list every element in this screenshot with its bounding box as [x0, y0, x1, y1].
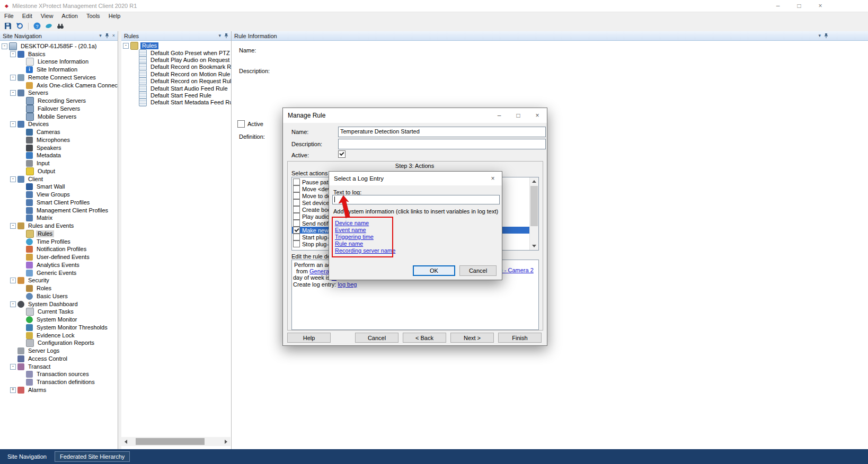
dialog-title-bar[interactable]: Manage Rule – □ × — [283, 108, 547, 123]
chevron-down-icon[interactable]: ▾ — [218, 33, 221, 38]
tree-item-servers[interactable]: -Servers — [0, 90, 118, 97]
save-icon[interactable] — [3, 21, 13, 31]
active-checkbox[interactable] — [237, 120, 245, 128]
tree-item-system-dashboard[interactable]: -System Dashboard — [0, 300, 118, 308]
action-checkbox[interactable] — [293, 199, 300, 206]
tree-item-input[interactable]: Input — [0, 159, 118, 167]
tree-item-default-start-audio-feed-rule[interactable]: Default Start Audio Feed Rule — [121, 85, 231, 92]
collapse-icon[interactable]: - — [2, 43, 7, 49]
chevron-down-icon[interactable]: ▾ — [818, 33, 821, 38]
tree-item-smart-wall[interactable]: Smart Wall — [0, 183, 118, 191]
menu-action[interactable]: Action — [57, 12, 82, 21]
action-checkbox[interactable] — [293, 192, 300, 199]
scrollbar-thumb[interactable] — [530, 186, 538, 226]
back-button[interactable]: < Back — [403, 333, 446, 343]
ok-button[interactable]: OK — [413, 265, 455, 276]
insert-variable-link-triggering-time[interactable]: Triggering time — [335, 234, 395, 240]
tree-item-generic-events[interactable]: Generic Events — [0, 269, 118, 277]
tree-item-current-tasks[interactable]: Current Tasks — [0, 308, 118, 316]
tree-item-analytics-events[interactable]: Analytics Events — [0, 261, 118, 269]
tree-item-security[interactable]: -Security — [0, 277, 118, 285]
cancel-button[interactable]: Cancel — [459, 265, 497, 276]
collapse-icon[interactable]: - — [10, 90, 16, 96]
tree-item-metadata[interactable]: Metadata — [0, 152, 118, 160]
collapse-icon[interactable]: - — [10, 51, 16, 57]
tree-item-output[interactable]: Output — [0, 167, 118, 175]
tree-item-default-record-on-request-rule[interactable]: Default Record on Request Rule — [121, 78, 231, 85]
action-checkbox[interactable] — [293, 220, 300, 227]
expand-icon[interactable]: + — [10, 387, 16, 393]
tree-item-speakers[interactable]: Speakers — [0, 144, 118, 152]
rule-active-checkbox[interactable] — [338, 150, 346, 158]
tree-item-mobile-servers[interactable]: Mobile Servers — [0, 113, 118, 121]
menu-edit[interactable]: Edit — [18, 12, 37, 21]
tree-item-management-client-profiles[interactable]: Management Client Profiles — [0, 207, 118, 215]
next-button[interactable]: Next > — [450, 333, 494, 343]
collapse-icon[interactable]: - — [123, 43, 129, 49]
tree-item-evidence-lock[interactable]: Evidence Lock — [0, 332, 118, 340]
tree-item-microphones[interactable]: Microphones — [0, 136, 118, 144]
insert-variable-link-rule-name[interactable]: Rule name — [335, 240, 395, 247]
tree-item-devices[interactable]: -Devices — [0, 121, 118, 129]
dialog-title-bar[interactable]: Select a Log Entry × — [329, 172, 502, 185]
pin-icon[interactable] — [224, 33, 228, 38]
minimize-button[interactable]: – — [490, 108, 509, 123]
tree-item-default-record-on-bookmark-rule[interactable]: Default Record on Bookmark Rule — [121, 64, 231, 70]
feedback-icon[interactable] — [44, 21, 54, 31]
close-button[interactable]: × — [528, 108, 547, 123]
menu-view[interactable]: View — [37, 12, 58, 21]
tree-item-client[interactable]: -Client — [0, 175, 118, 183]
tree-item-transaction-sources[interactable]: Transaction sources — [0, 371, 118, 379]
rule-description-input[interactable] — [338, 139, 546, 149]
minimize-button[interactable]: – — [767, 0, 789, 12]
pin-icon[interactable] — [824, 33, 828, 38]
tree-item-default-play-audio-on-request-rule[interactable]: Default Play Audio on Request Rule — [121, 57, 231, 64]
scrollbar-track[interactable] — [130, 437, 222, 446]
tree-item-rules[interactable]: -Rules — [121, 42, 231, 49]
collapse-icon[interactable]: - — [10, 121, 16, 127]
collapse-icon[interactable]: - — [10, 364, 16, 370]
tree-item-server-logs[interactable]: Server Logs — [0, 347, 118, 355]
rule-name-input[interactable]: Temperature Detection Started — [338, 127, 546, 137]
scroll-up-icon[interactable] — [530, 177, 538, 185]
collapse-icon[interactable]: - — [10, 176, 16, 182]
tree-item-axis-one-click-camera-connection[interactable]: Axis One-click Camera Connection — [0, 82, 118, 90]
menu-tools[interactable]: Tools — [82, 12, 104, 21]
action-checkbox[interactable] — [293, 206, 300, 213]
action-checkbox[interactable] — [293, 213, 300, 220]
status-tab-site-navigation[interactable]: Site Navigation — [3, 452, 51, 461]
scroll-down-icon[interactable] — [530, 242, 538, 250]
tree-item-rules[interactable]: Rules — [0, 230, 118, 238]
action-checkbox[interactable] — [293, 185, 300, 192]
tree-item-matrix[interactable]: Matrix — [0, 215, 118, 222]
tree-item-recording-servers[interactable]: Recording Servers — [0, 97, 118, 105]
insert-variable-link-recording-server-name[interactable]: Recording server name — [335, 247, 395, 254]
finish-button[interactable]: Finish — [498, 333, 542, 343]
horizontal-scrollbar[interactable] — [121, 437, 231, 446]
collapse-icon[interactable]: - — [10, 223, 16, 229]
vertical-scrollbar[interactable] — [529, 177, 538, 250]
undo-icon[interactable] — [15, 21, 24, 31]
maximize-button[interactable]: □ — [509, 108, 528, 123]
status-tab-federated-site-hierarchy[interactable]: Federated Site Hierarchy — [55, 451, 130, 462]
tree-item-access-control[interactable]: Access Control — [0, 355, 118, 363]
action-checkbox[interactable] — [293, 227, 300, 234]
tree-item-default-record-on-motion-rule[interactable]: Default Record on Motion Rule — [121, 71, 231, 78]
close-button[interactable]: × — [484, 172, 502, 185]
tree-item-transaction-definitions[interactable]: Transaction definitions — [0, 378, 118, 386]
find-icon[interactable] — [56, 21, 65, 31]
tree-item-transact[interactable]: -Transact — [0, 363, 118, 371]
tree-item-desktop-61j585f-20-1a[interactable]: -DESKTOP-61J585F - (20.1a) — [0, 42, 118, 50]
action-checkbox[interactable] — [293, 240, 300, 247]
log-text-link[interactable]: log beg — [338, 281, 357, 288]
tree-item-default-start-metadata-feed-rule[interactable]: Default Start Metadata Feed Rule — [121, 99, 231, 106]
tree-item-roles[interactable]: Roles — [0, 284, 118, 292]
maximize-button[interactable]: □ — [789, 0, 810, 12]
tree-item-site-information[interactable]: iSite Information — [0, 66, 118, 74]
collapse-icon[interactable]: - — [10, 301, 16, 307]
help-button[interactable]: Help — [287, 333, 331, 343]
tree-item-remote-connect-services[interactable]: -Remote Connect Services — [0, 74, 118, 82]
tree-item-default-goto-preset-when-ptz-is-don[interactable]: Default Goto Preset when PTZ is don — [121, 49, 231, 56]
pin-icon[interactable] — [105, 33, 109, 38]
tree-item-notification-profiles[interactable]: Notification Profiles — [0, 246, 118, 254]
